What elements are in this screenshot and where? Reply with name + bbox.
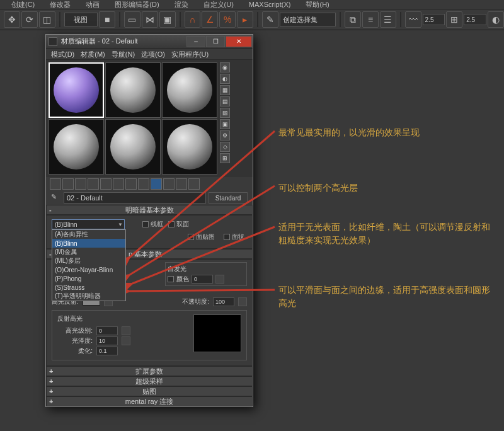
reset-map-icon[interactable] xyxy=(88,178,99,190)
material-slot-4[interactable] xyxy=(49,119,104,175)
schematic-icon[interactable]: ⊞ xyxy=(446,11,462,28)
shader-option-translucent[interactable]: (T)半透明明暗器 xyxy=(52,292,125,301)
sphere-preview-icon xyxy=(167,67,212,113)
snap-toggle-icon[interactable]: ∩ xyxy=(185,11,201,28)
selfillum-spinner[interactable]: 0 xyxy=(192,275,213,284)
menu-create[interactable]: 创建(C) xyxy=(11,0,35,9)
material-slot-2[interactable] xyxy=(105,62,161,118)
select-by-mat-icon[interactable]: ◇ xyxy=(220,142,230,152)
link-icon[interactable]: ⋈ xyxy=(142,11,158,28)
rotate-tool-icon[interactable]: ⟳ xyxy=(21,11,38,28)
get-material-icon[interactable] xyxy=(50,178,61,190)
menu-help[interactable]: 帮助(H) xyxy=(306,0,329,9)
dlg-menu-nav[interactable]: 导航(N) xyxy=(112,50,135,59)
curve-editor-icon[interactable]: 〰 xyxy=(405,11,421,28)
assign-to-sel-icon[interactable] xyxy=(75,178,86,190)
align-icon[interactable]: ≡ xyxy=(362,11,379,28)
rollup-shader-basic[interactable]: - 明暗器基本参数 xyxy=(46,205,253,215)
material-editor-icon[interactable]: ◐ xyxy=(488,11,504,28)
video-color-icon[interactable]: ▧ xyxy=(220,108,230,118)
dialog-titlebar[interactable]: 材质编辑器 - 02 - Default – ☐ ✕ xyxy=(46,35,253,49)
background-icon[interactable]: ▦ xyxy=(220,85,230,95)
spinner-1[interactable]: 2.5 xyxy=(423,14,445,25)
speclevel-label: 高光级别: xyxy=(57,326,93,335)
material-name-input[interactable]: 02 - Default xyxy=(64,192,206,204)
menu-render[interactable]: 渲染 xyxy=(175,0,188,9)
pivot-icon[interactable]: ■ xyxy=(99,11,115,28)
shader-option-multilayer[interactable]: (ML)多层 xyxy=(52,256,125,265)
dlg-menu-options[interactable]: 选项(O) xyxy=(141,50,165,59)
move-tool-icon[interactable]: ✥ xyxy=(4,11,20,28)
soften-spinner[interactable]: 0.1 xyxy=(96,347,118,355)
eyedropper-icon[interactable]: ✎ xyxy=(51,193,61,203)
shader-option-blinn[interactable]: (B)Blinn xyxy=(52,239,125,248)
mat-map-nav-icon[interactable]: ⊞ xyxy=(220,153,230,163)
speclevel-spinner[interactable]: 0 xyxy=(96,326,118,335)
go-forward-icon[interactable] xyxy=(188,178,200,190)
rollup-extended[interactable]: +扩展参数 xyxy=(46,366,253,376)
gloss-spinner[interactable]: 10 xyxy=(96,336,118,345)
shader-option-orennayar[interactable]: (O)Oren-Nayar-Blinn xyxy=(52,265,125,274)
material-slot-1[interactable] xyxy=(49,62,104,118)
menu-custom[interactable]: 自定义(U) xyxy=(203,0,234,9)
shader-option-anisotropic[interactable]: (A)各向异性 xyxy=(52,230,125,239)
speclevel-map-button[interactable] xyxy=(122,326,130,335)
material-slot-3[interactable] xyxy=(162,62,217,118)
dlg-menu-material[interactable]: 材质(M) xyxy=(81,50,105,59)
close-button[interactable]: ✕ xyxy=(226,36,252,47)
angle-snap-icon[interactable]: ∠ xyxy=(202,11,218,28)
select-icon[interactable]: ▭ xyxy=(124,11,140,28)
named-sel-icon[interactable]: ✎ xyxy=(262,11,278,28)
make-preview-icon[interactable]: ▣ xyxy=(220,119,230,129)
mat-id-icon[interactable] xyxy=(138,178,149,190)
faceted-checkbox[interactable] xyxy=(224,234,230,240)
material-slot-6[interactable] xyxy=(162,119,217,175)
options-icon[interactable]: ⚙ xyxy=(220,130,230,141)
show-in-viewport-icon[interactable] xyxy=(151,178,162,190)
rollup-maps[interactable]: +贴图 xyxy=(46,386,253,396)
spinner-2[interactable]: 2.5 xyxy=(464,14,486,25)
dlg-menu-util[interactable]: 实用程序(U) xyxy=(171,50,209,59)
reference-coord-dropdown[interactable]: 视图 xyxy=(64,13,98,26)
put-to-library-icon[interactable] xyxy=(125,178,137,190)
opacity-spinner[interactable]: 100 xyxy=(213,297,234,306)
minimize-button[interactable]: – xyxy=(186,36,205,47)
go-parent-icon[interactable] xyxy=(176,178,187,190)
facemap-checkbox[interactable] xyxy=(188,234,194,240)
percent-snap-icon[interactable]: % xyxy=(219,11,236,28)
make-copy-icon[interactable] xyxy=(100,178,112,190)
gloss-map-button[interactable] xyxy=(122,336,130,345)
sample-type-icon[interactable]: ◉ xyxy=(220,62,230,72)
rollup-mentalray[interactable]: +mental ray 连接 xyxy=(46,396,253,406)
menu-maxscript[interactable]: MAXScript(X) xyxy=(249,1,291,8)
menu-graph[interactable]: 图形编辑器(D) xyxy=(115,0,159,9)
dlg-menu-mode[interactable]: 模式(D) xyxy=(51,50,74,59)
shader-dropdown[interactable]: (B)Blinn ▼ (A)各向异性 (B)Blinn (M)金属 (ML)多层… xyxy=(52,219,125,229)
selfillum-map-button[interactable] xyxy=(215,275,224,284)
menu-modify[interactable]: 修改器 xyxy=(50,0,71,9)
shader-option-strauss[interactable]: (S)Strauss xyxy=(52,283,125,292)
shader-option-metal[interactable]: (M)金属 xyxy=(52,248,125,256)
scale-tool-icon[interactable]: ◫ xyxy=(39,11,55,28)
expand-icon: + xyxy=(49,367,53,375)
maximize-button[interactable]: ☐ xyxy=(206,36,225,47)
opacity-map-button[interactable] xyxy=(238,297,247,306)
backlight-icon[interactable]: ◐ xyxy=(220,74,230,84)
shader-option-phong[interactable]: (P)Phong xyxy=(52,274,125,283)
material-type-button[interactable]: Standard xyxy=(209,192,248,204)
spinner-snap-icon[interactable]: ▸ xyxy=(237,11,253,28)
menu-anim[interactable]: 动画 xyxy=(86,0,100,9)
material-slot-5[interactable] xyxy=(105,119,161,175)
show-end-result-icon[interactable] xyxy=(163,178,175,190)
put-to-scene-icon[interactable] xyxy=(62,178,74,190)
layers-icon[interactable]: ☰ xyxy=(380,11,396,28)
wire-checkbox[interactable] xyxy=(142,221,149,227)
sample-uv-icon[interactable]: ▤ xyxy=(220,96,230,106)
two-sided-checkbox[interactable] xyxy=(168,221,175,227)
mirror-icon[interactable]: ⧉ xyxy=(345,11,361,28)
make-unique-icon[interactable] xyxy=(113,178,124,190)
selfillum-color-checkbox[interactable] xyxy=(168,276,174,282)
scale2-icon[interactable]: ▣ xyxy=(159,11,176,28)
selection-set-dropdown[interactable]: 创建选择集 xyxy=(280,13,336,26)
rollup-supersample[interactable]: +超级采样 xyxy=(46,376,253,386)
